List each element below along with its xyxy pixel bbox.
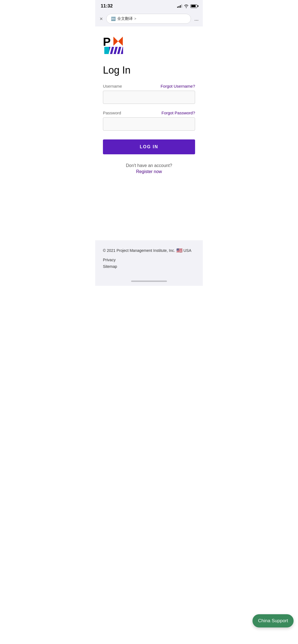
translate-icon: 🔤: [111, 17, 116, 21]
username-group: Username Forgot Username?: [103, 84, 195, 104]
pmi-logo: P: [103, 35, 126, 55]
home-indicator: [95, 276, 203, 286]
login-button[interactable]: LOG IN: [103, 139, 195, 154]
logo-container: P: [103, 35, 195, 56]
status-bar: 11:32: [95, 0, 203, 11]
status-time: 11:32: [101, 3, 113, 9]
username-input[interactable]: [103, 91, 195, 104]
password-label: Password: [103, 111, 121, 115]
flag-icon: 🇺🇸: [176, 247, 182, 254]
no-account-text: Don't have an account?: [103, 163, 195, 168]
register-section: Don't have an account? Register now: [103, 163, 195, 174]
browser-bar: × 🔤 全文翻译 > ...: [95, 11, 203, 26]
password-row: Password Forgot Password?: [103, 111, 195, 115]
footer-copyright: © 2021 Project Management Institute, Inc…: [103, 247, 195, 254]
page-title: Log In: [103, 64, 195, 76]
register-link[interactable]: Register now: [136, 169, 162, 174]
wifi-icon: [184, 4, 189, 8]
close-button[interactable]: ×: [100, 16, 103, 21]
footer-country: USA: [183, 248, 191, 254]
url-bar[interactable]: 🔤 全文翻译 >: [106, 14, 191, 24]
svg-rect-4: [104, 47, 109, 54]
forgot-password-link[interactable]: Forgot Password?: [161, 111, 195, 115]
sitemap-link[interactable]: Sitemap: [103, 264, 195, 269]
password-input[interactable]: [103, 117, 195, 131]
home-bar: [131, 281, 167, 282]
battery-icon: [190, 4, 197, 8]
signal-icon: [177, 4, 182, 8]
svg-text:P: P: [103, 35, 111, 48]
translate-text: 全文翻译: [117, 16, 133, 21]
username-row: Username Forgot Username?: [103, 84, 195, 88]
footer-links: Privacy Sitemap: [103, 258, 195, 269]
main-content: P Log In Username Forgot Username?: [95, 26, 203, 240]
username-label: Username: [103, 84, 122, 88]
forgot-username-link[interactable]: Forgot Username?: [161, 84, 195, 88]
more-button[interactable]: ...: [194, 15, 198, 22]
translate-arrow: >: [134, 17, 136, 21]
password-group: Password Forgot Password?: [103, 111, 195, 131]
footer: © 2021 Project Management Institute, Inc…: [95, 240, 203, 276]
content-spacer: [103, 174, 195, 229]
status-icons: [177, 4, 197, 8]
privacy-link[interactable]: Privacy: [103, 258, 195, 262]
